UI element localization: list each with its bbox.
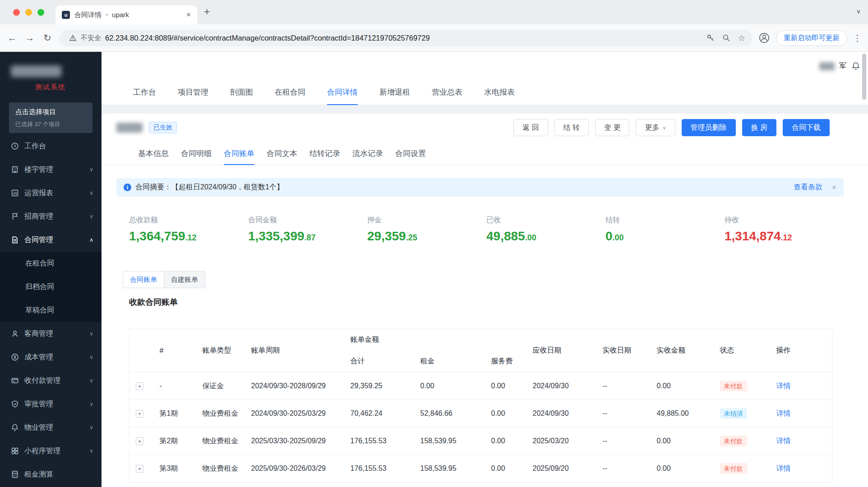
carry-over-button[interactable]: 结 转 — [554, 119, 589, 136]
reload-icon[interactable]: ↻ — [42, 32, 53, 43]
sidebar-item-label: 招商管理 — [24, 212, 84, 221]
top-nav-tabs: 工作台 项目管理 剖面图 在租合同 合同详情 新增退租 营业总表 水电报表 — [102, 80, 868, 105]
back-icon[interactable]: ← — [6, 32, 18, 43]
sidebar-item-costs[interactable]: 成本管理 ∨ — [0, 345, 102, 369]
col-action: 操作 — [771, 329, 832, 372]
cell-due-date: 2024/09/30 — [527, 400, 597, 427]
sidebar-item-payments[interactable]: 收付款管理 ∨ — [0, 369, 102, 392]
browser-tab[interactable]: u 合同详情 ・ upark × — [55, 5, 197, 24]
change-button[interactable]: 变 更 — [595, 119, 629, 136]
nav-tab-renting-contracts[interactable]: 在租合同 — [275, 80, 305, 105]
sidebar-item-workbench[interactable]: 工作台 — [0, 134, 102, 158]
nav-tab-business-summary[interactable]: 营业总表 — [432, 80, 462, 105]
page-scrollbar[interactable] — [862, 54, 866, 100]
detail-link[interactable]: 详情 — [776, 437, 791, 445]
sidebar-subitem-renting-contracts[interactable]: 在租合同 — [0, 252, 102, 275]
row-expand-icon[interactable]: + — [136, 465, 143, 473]
nav-tab-utility-report[interactable]: 水电报表 — [484, 80, 515, 105]
chevron-down-icon: ∨ — [89, 401, 93, 407]
grid-icon — [11, 447, 19, 455]
contract-summary-banner: i 合同摘要：【起租日2024/09/30，租赁数1个】 查看条款 × — [116, 178, 844, 197]
project-selector[interactable]: 点击选择项目 已选择 37 个项目 — [9, 102, 92, 133]
sidebar-item-contracts[interactable]: 合同管理 ∧ — [0, 228, 102, 252]
zoom-icon[interactable] — [722, 33, 731, 42]
contract-summary-text: 合同摘要：【起租日2024/09/30，租赁数1个】 — [135, 183, 790, 192]
subtab-flow-records[interactable]: 流水记录 — [352, 143, 383, 165]
nav-tab-new-checkout[interactable]: 新增退租 — [379, 80, 410, 105]
back-button[interactable]: 返 回 — [513, 119, 548, 136]
row-expand-icon[interactable]: + — [136, 410, 143, 418]
cell-index: 第1期 — [154, 400, 197, 427]
sidebar-item-label: 楼宇管理 — [24, 165, 84, 175]
not-secure-warning-icon[interactable] — [69, 34, 77, 42]
banner-close-icon[interactable]: × — [832, 183, 836, 192]
row-expand-icon[interactable]: + — [136, 437, 143, 445]
table-row: + 第1期 物业费租金 2024/09/30-2025/03/29 70,462… — [129, 400, 832, 427]
chevron-down-icon: ∨ — [662, 125, 666, 131]
col-rent: 租金 — [415, 351, 486, 372]
sidebar-item-label: 物业管理 — [24, 423, 84, 432]
forward-icon[interactable]: → — [24, 32, 36, 43]
view-terms-link[interactable]: 查看条款 — [794, 183, 822, 192]
browser-menu-icon[interactable]: ⋮ — [853, 33, 862, 43]
password-key-icon[interactable] — [706, 33, 715, 42]
nav-tab-workbench[interactable]: 工作台 — [133, 80, 156, 105]
sidebar-item-label: 成本管理 — [24, 353, 84, 362]
subtab-contract-settings[interactable]: 合同设置 — [395, 143, 426, 165]
contract-detail-content: 已生效 返 回 结 转 变 更 更多 ∨ 管理员删除 换 房 合同下载 基本信息 — [102, 114, 868, 487]
sidebar-item-rent-calc[interactable]: 租金测算 — [0, 463, 102, 486]
address-bar[interactable]: 不安全 62.234.80.224:8089/#/service/contrac… — [59, 30, 753, 46]
billing-section-title: 收款合同账单 — [129, 298, 868, 307]
nav-tab-project-manage[interactable]: 项目管理 — [178, 80, 208, 105]
notification-bell-icon[interactable] — [851, 61, 861, 71]
subtab-contract-bills[interactable]: 合同账单 — [224, 143, 254, 165]
subtab-basic-info[interactable]: 基本信息 — [138, 143, 169, 165]
col-due-date: 应收日期 — [527, 329, 597, 372]
new-tab-button[interactable]: + — [204, 6, 210, 18]
detail-link[interactable]: 详情 — [776, 464, 791, 472]
profile-avatar-icon[interactable] — [758, 32, 770, 44]
subtab-contract-text[interactable]: 合同文本 — [267, 143, 297, 165]
change-room-button[interactable]: 换 房 — [742, 119, 776, 136]
cell-paid-date: -- — [597, 455, 651, 482]
table-row: + 第2期 物业费租金 2025/03/30-2025/09/29 176,15… — [129, 427, 832, 455]
billing-tab-contract-bills[interactable]: 合同账单 — [123, 271, 164, 288]
nav-tab-profile-view[interactable]: 剖面图 — [230, 80, 253, 105]
nav-tab-contract-detail[interactable]: 合同详情 — [327, 80, 358, 105]
subtab-contract-detail[interactable]: 合同明细 — [181, 143, 212, 165]
sidebar-item-property[interactable]: 物业管理 ∨ — [0, 416, 102, 439]
window-close-button[interactable] — [13, 9, 20, 16]
admin-delete-button[interactable]: 管理员删除 — [682, 119, 736, 136]
sidebar-item-merchants[interactable]: 招商管理 ∨ — [0, 205, 102, 228]
sidebar-item-customers[interactable]: 客商管理 ∨ — [0, 322, 102, 345]
url-text[interactable]: 62.234.80.224:8089/#/service/contractMan… — [105, 34, 699, 42]
window-controls — [13, 9, 44, 16]
subtab-carryover-records[interactable]: 结转记录 — [309, 143, 340, 165]
user-name[interactable]: 军 — [839, 61, 846, 71]
tab-close-icon[interactable]: × — [186, 10, 191, 19]
status-badge: 未付款 — [720, 381, 747, 391]
billing-tab-custom-bills[interactable]: 自建账单 — [164, 271, 205, 288]
chevron-down-icon: ∨ — [89, 190, 93, 196]
cell-bill-type: 物业费租金 — [197, 400, 246, 427]
browser-update-button[interactable]: 重新启动即可更新 — [776, 30, 847, 46]
sidebar-subitem-archived-contracts[interactable]: 归档合同 — [0, 275, 102, 299]
window-minimize-button[interactable] — [25, 9, 32, 16]
sidebar-subitem-draft-contracts[interactable]: 草稿合同 — [0, 299, 102, 322]
sidebar-item-buildings[interactable]: 楼宇管理 ∨ — [0, 158, 102, 181]
detail-link[interactable]: 详情 — [776, 382, 791, 390]
sidebar-item-miniapp[interactable]: 小程序管理 ∨ — [0, 439, 102, 463]
bookmark-star-icon[interactable]: ☆ — [738, 33, 745, 43]
tab-search-chevron-icon[interactable]: ∨ — [856, 8, 861, 15]
detail-link[interactable]: 详情 — [776, 409, 791, 417]
row-expand-icon[interactable]: + — [136, 382, 143, 390]
sidebar-subitem-label: 在租合同 — [25, 259, 93, 268]
sidebar-item-reports[interactable]: 运营报表 ∨ — [0, 181, 102, 205]
chevron-down-icon: ∨ — [89, 213, 93, 220]
stat-value: 1,314,874.12 — [725, 229, 844, 244]
more-button[interactable]: 更多 ∨ — [636, 119, 675, 136]
contract-download-button[interactable]: 合同下载 — [783, 119, 830, 136]
window-zoom-button[interactable] — [37, 9, 44, 16]
security-label[interactable]: 不安全 — [81, 34, 101, 42]
sidebar-item-approvals[interactable]: 审批管理 ∨ — [0, 392, 102, 416]
